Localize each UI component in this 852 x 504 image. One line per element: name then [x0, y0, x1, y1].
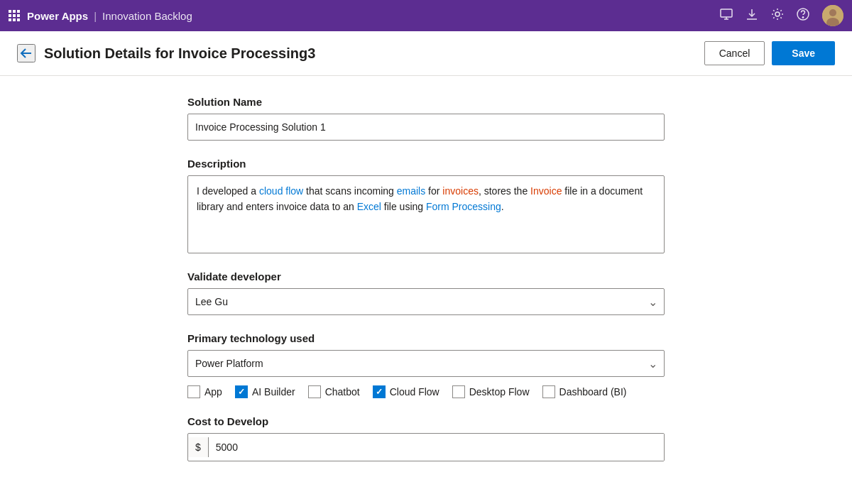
- svg-rect-3: [9, 14, 11, 17]
- header-actions: Cancel Save: [704, 41, 835, 65]
- checkbox-dashboard-bi-label: Dashboard (BI): [559, 386, 627, 398]
- nav-divider: |: [94, 10, 97, 22]
- checkbox-cloud-flow-label: Cloud Flow: [390, 386, 439, 398]
- description-label: Description: [187, 158, 665, 170]
- validate-developer-field: Validate developer Lee Gu ⌄: [187, 270, 665, 315]
- checkbox-desktop-flow[interactable]: [452, 385, 465, 398]
- primary-tech-field: Primary technology used Power Platform A…: [187, 332, 665, 398]
- checkbox-desktop-flow-item: Desktop Flow: [452, 385, 530, 398]
- settings-icon[interactable]: [771, 8, 784, 23]
- validate-developer-label: Validate developer: [187, 270, 665, 283]
- svg-rect-2: [17, 10, 20, 13]
- checkbox-app-label: App: [204, 386, 222, 398]
- svg-rect-4: [13, 14, 16, 17]
- solution-name-label: Solution Name: [187, 96, 665, 108]
- cancel-button[interactable]: Cancel: [704, 41, 765, 65]
- checkbox-cloud-flow-item: Cloud Flow: [373, 385, 439, 398]
- checkbox-dashboard-bi[interactable]: [542, 385, 555, 398]
- checkbox-cloud-flow[interactable]: [373, 385, 386, 398]
- avatar-image: [822, 5, 843, 26]
- svg-rect-8: [17, 18, 20, 21]
- developer-select-wrapper: Lee Gu ⌄: [187, 288, 665, 315]
- download-icon[interactable]: [746, 8, 758, 23]
- main-content: Solution Name Description I developed a …: [0, 76, 852, 504]
- description-field: Description I developed a cloud flow tha…: [187, 158, 665, 253]
- technology-checkboxes: App AI Builder Chatbot Cloud Flow Deskto: [187, 385, 665, 398]
- primary-tech-select[interactable]: Power Platform Azure Microsoft 365: [187, 350, 665, 377]
- cost-label: Cost to Develop: [187, 415, 665, 427]
- svg-point-18: [829, 9, 836, 16]
- waffle-menu-icon[interactable]: [9, 10, 20, 21]
- svg-rect-5: [17, 14, 20, 17]
- checkbox-app[interactable]: [187, 385, 200, 398]
- help-icon[interactable]: [797, 8, 809, 23]
- developer-select[interactable]: Lee Gu: [187, 288, 665, 315]
- description-textarea[interactable]: I developed a cloud flow that scans inco…: [187, 175, 665, 253]
- topnav: Power Apps | Innovation Backlog: [0, 0, 852, 31]
- primary-tech-label: Primary technology used: [187, 332, 665, 344]
- checkbox-ai-builder-label: AI Builder: [252, 386, 295, 398]
- svg-point-14: [775, 12, 780, 16]
- svg-rect-0: [9, 10, 11, 13]
- page-header: Solution Details for Invoice Processing3…: [0, 31, 852, 76]
- checkbox-app-item: App: [187, 385, 222, 398]
- user-avatar[interactable]: [822, 5, 843, 26]
- cost-input[interactable]: [209, 434, 664, 461]
- checkbox-desktop-flow-label: Desktop Flow: [469, 386, 530, 398]
- checkbox-ai-builder[interactable]: [235, 385, 248, 398]
- back-button[interactable]: [17, 44, 36, 62]
- cost-field: Cost to Develop $: [187, 415, 665, 461]
- nav-icons: [720, 5, 843, 26]
- app-name: Power Apps: [27, 10, 88, 22]
- solution-name-input[interactable]: [187, 114, 665, 141]
- solution-name-field: Solution Name: [187, 96, 665, 141]
- checkbox-chatbot-item: Chatbot: [308, 385, 360, 398]
- cost-wrapper: $: [187, 433, 665, 461]
- svg-rect-6: [9, 18, 11, 21]
- svg-point-16: [802, 17, 803, 18]
- checkbox-chatbot-label: Chatbot: [325, 386, 360, 398]
- screen-icon[interactable]: [720, 8, 733, 23]
- checkbox-dashboard-bi-item: Dashboard (BI): [542, 385, 627, 398]
- form-section: Solution Name Description I developed a …: [170, 96, 682, 461]
- svg-rect-9: [721, 9, 732, 17]
- save-button[interactable]: Save: [772, 41, 835, 65]
- primary-tech-select-wrapper: Power Platform Azure Microsoft 365 ⌄: [187, 350, 665, 377]
- nav-section: Innovation Backlog: [102, 10, 192, 22]
- checkbox-chatbot[interactable]: [308, 385, 321, 398]
- svg-rect-1: [13, 10, 16, 13]
- page-title: Solution Details for Invoice Processing3: [44, 45, 704, 62]
- checkbox-ai-builder-item: AI Builder: [235, 385, 295, 398]
- cost-prefix: $: [188, 437, 209, 457]
- svg-rect-7: [13, 18, 16, 21]
